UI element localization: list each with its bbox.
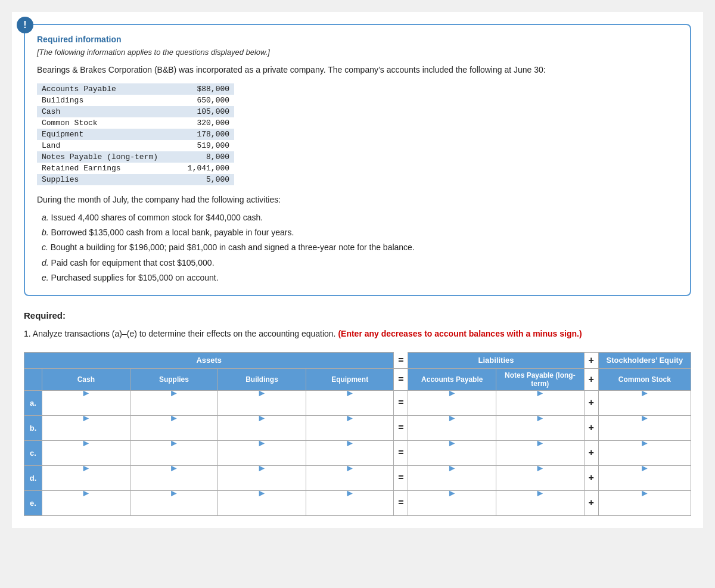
info-icon: ! xyxy=(17,17,33,33)
account-name: Equipment xyxy=(37,129,163,140)
row-label: c. xyxy=(24,440,42,465)
plus-sign: + xyxy=(584,390,598,415)
account-name: Accounts Payable xyxy=(37,83,163,95)
header-liabilities: Liabilities xyxy=(408,352,584,368)
input-equipment[interactable]: ► xyxy=(306,440,394,465)
row-label: e. xyxy=(24,490,42,515)
input-commonStock[interactable]: ► xyxy=(598,465,691,490)
equals-operator-1: = xyxy=(394,352,408,368)
input-field-supplies[interactable] xyxy=(134,499,214,516)
activity-item: b. Borrowed $135,000 cash from a local b… xyxy=(42,225,678,240)
input-notesPayable[interactable]: ► xyxy=(496,415,585,440)
account-amount: 320,000 xyxy=(163,117,234,129)
input-supplies[interactable]: ► xyxy=(130,390,218,415)
account-amount: 5,000 xyxy=(163,174,234,185)
input-field-accountsPayable[interactable] xyxy=(412,499,492,516)
input-arrow: ► xyxy=(640,413,649,424)
input-cash[interactable]: ► xyxy=(42,440,130,465)
equals-sign: = xyxy=(394,415,408,440)
equals-sign: = xyxy=(394,440,408,465)
activity-item: a. Issued 4,400 shares of common stock f… xyxy=(42,210,678,225)
account-name: Land xyxy=(37,140,163,151)
input-accountsPayable[interactable]: ► xyxy=(408,490,496,515)
input-arrow: ► xyxy=(81,438,91,449)
input-buildings[interactable]: ► xyxy=(218,390,306,415)
question-text: 1. Analyze transactions (a)–(e) to deter… xyxy=(24,328,691,340)
input-commonStock[interactable]: ► xyxy=(598,390,691,415)
input-field-commonStock[interactable] xyxy=(602,499,687,516)
input-equipment[interactable]: ► xyxy=(306,490,394,515)
input-accountsPayable[interactable]: ► xyxy=(408,440,496,465)
input-arrow: ► xyxy=(447,463,457,474)
input-buildings[interactable]: ► xyxy=(218,415,306,440)
input-buildings[interactable]: ► xyxy=(218,440,306,465)
equation-table: Assets = Liabilities + Stockholders’ Equ… xyxy=(24,352,691,516)
input-cash[interactable]: ► xyxy=(42,465,130,490)
account-amount: 1,041,000 xyxy=(163,163,234,174)
activity-item: c. Bought a building for $196,000; paid … xyxy=(42,240,678,255)
activity-label: b. xyxy=(42,228,49,237)
equals-sign: = xyxy=(394,490,408,515)
input-equipment[interactable]: ► xyxy=(306,465,394,490)
activity-label: a. xyxy=(42,213,49,222)
account-amount: 650,000 xyxy=(163,95,234,106)
row-label: b. xyxy=(24,415,42,440)
equals-sign: = xyxy=(394,390,408,415)
input-notesPayable[interactable]: ► xyxy=(496,465,585,490)
input-accountsPayable[interactable]: ► xyxy=(408,390,496,415)
input-supplies[interactable]: ► xyxy=(130,415,218,440)
input-arrow: ► xyxy=(447,413,457,424)
input-notesPayable[interactable]: ► xyxy=(496,490,585,515)
input-accountsPayable[interactable]: ► xyxy=(408,465,496,490)
input-arrow: ► xyxy=(257,413,267,424)
input-notesPayable[interactable]: ► xyxy=(496,440,585,465)
input-arrow: ► xyxy=(257,463,267,474)
input-field-notesPayable[interactable] xyxy=(500,499,580,516)
input-commonStock[interactable]: ► xyxy=(598,490,691,515)
input-field-buildings[interactable] xyxy=(222,499,302,516)
input-arrow: ► xyxy=(345,413,355,424)
input-field-cash[interactable] xyxy=(46,499,126,516)
input-supplies[interactable]: ► xyxy=(130,465,218,490)
header-assets: Assets xyxy=(24,352,394,368)
activity-label: c. xyxy=(42,242,48,252)
account-name: Common Stock xyxy=(37,117,163,129)
input-commonStock[interactable]: ► xyxy=(598,415,691,440)
input-commonStock[interactable]: ► xyxy=(598,440,691,465)
input-arrow: ► xyxy=(447,488,457,499)
input-arrow: ► xyxy=(535,413,545,424)
col-header-empty xyxy=(24,368,42,390)
input-arrow: ► xyxy=(81,413,91,424)
input-equipment[interactable]: ► xyxy=(306,415,394,440)
input-cash[interactable]: ► xyxy=(42,490,130,515)
account-name: Retained Earnings xyxy=(37,163,163,174)
input-cash[interactable]: ► xyxy=(42,390,130,415)
equals-sign: = xyxy=(394,465,408,490)
input-arrow: ► xyxy=(447,388,457,399)
input-arrow: ► xyxy=(640,388,649,399)
input-equipment[interactable]: ► xyxy=(306,390,394,415)
input-field-equipment[interactable] xyxy=(310,499,390,516)
plus-operator-1: + xyxy=(584,352,598,368)
activities-list: a. Issued 4,400 shares of common stock f… xyxy=(37,210,678,285)
input-accountsPayable[interactable]: ► xyxy=(408,415,496,440)
account-name: Supplies xyxy=(37,174,163,185)
input-supplies[interactable]: ► xyxy=(130,440,218,465)
input-arrow: ► xyxy=(345,438,355,449)
info-description: Bearings & Brakes Corporation (B&B) was … xyxy=(37,64,678,76)
input-arrow: ► xyxy=(257,388,267,399)
col-header-buildings: Buildings xyxy=(218,368,306,390)
input-buildings[interactable]: ► xyxy=(218,465,306,490)
plus-sign: + xyxy=(584,465,598,490)
required-label: Required: xyxy=(24,310,691,321)
col-header-notes-payable: Notes Payable (long-term) xyxy=(496,368,585,390)
input-cash[interactable]: ► xyxy=(42,415,130,440)
info-box: ! Required information [The following in… xyxy=(24,24,691,296)
page-container: ! Required information [The following in… xyxy=(12,12,703,528)
input-arrow: ► xyxy=(81,388,91,399)
account-amount: 178,000 xyxy=(163,129,234,140)
input-notesPayable[interactable]: ► xyxy=(496,390,585,415)
input-supplies[interactable]: ► xyxy=(130,490,218,515)
input-buildings[interactable]: ► xyxy=(218,490,306,515)
input-arrow: ► xyxy=(535,438,545,449)
